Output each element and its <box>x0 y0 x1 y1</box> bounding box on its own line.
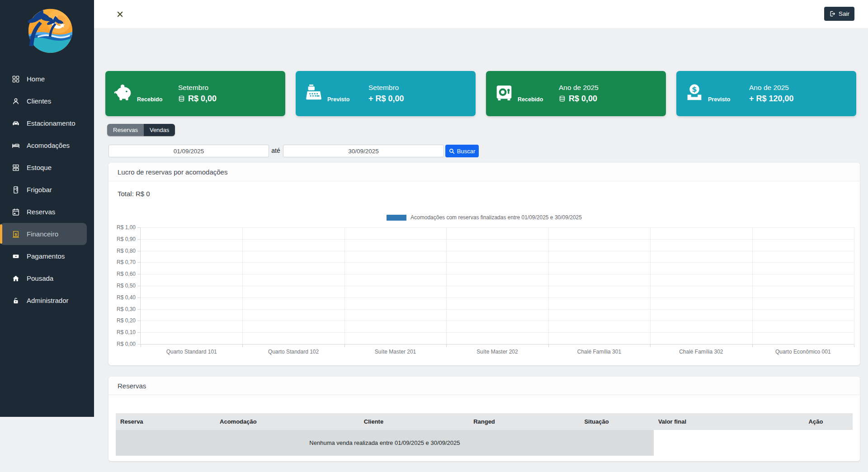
y-axis-tick <box>137 262 140 263</box>
sidebar-item-acomodacoes[interactable]: Acomodações <box>0 134 94 156</box>
bed-icon <box>12 142 20 150</box>
stat-card-kind-label: Previsto <box>708 96 730 103</box>
date-to-input[interactable] <box>283 145 444 157</box>
chart-card-header: Lucro de reservas por acomodações <box>108 163 860 181</box>
y-axis-label: R$ 0,00 <box>117 341 136 347</box>
sidebar-item-label: Home <box>27 75 45 83</box>
sidebar: HomeClientesEstacionamentoAcomodaçõesEst… <box>0 0 94 417</box>
credit-card-icon <box>12 252 20 260</box>
svg-text:$: $ <box>692 85 697 94</box>
chart-hgridline <box>141 274 854 274</box>
y-axis-tick <box>137 321 140 321</box>
stat-card-title: Setembro <box>178 84 217 92</box>
stat-card-previsto-ano-de-2025: $PrevistoAno de 2025+ R$ 120,00 <box>676 71 856 116</box>
svg-text:$: $ <box>14 232 17 236</box>
chart-legend: Acomodações com reservas finalizadas ent… <box>108 214 860 221</box>
stat-card-kind-label: Recebido <box>518 96 543 103</box>
y-axis-label: R$ 0,20 <box>117 317 136 324</box>
stat-card-value: R$ 0,00 <box>178 94 217 104</box>
sidebar-item-frigobar[interactable]: Frigobar <box>0 179 94 201</box>
stat-card-previsto-setembro: PrevistoSetembro+ R$ 0,00 <box>296 71 476 116</box>
chart-hgridline <box>141 239 854 240</box>
logout-label: Sair <box>839 10 849 17</box>
coins-icon <box>559 95 566 102</box>
legend-label: Acomodações com reservas finalizadas ent… <box>410 214 582 221</box>
sidebar-item-home[interactable]: Home <box>0 68 94 90</box>
x-axis-tick <box>650 345 651 347</box>
search-button[interactable]: Buscar <box>445 145 479 157</box>
column-header-acao: Ação <box>779 413 853 430</box>
sidebar-item-estoque[interactable]: Estoque <box>0 156 94 179</box>
chart-hgridline <box>141 227 854 228</box>
sidebar-item-financeiro[interactable]: $Financeiro <box>0 223 87 245</box>
sidebar-item-label: Estacionamento <box>27 119 75 127</box>
stat-card-text: Setembro+ R$ 0,00 <box>368 84 404 104</box>
stat-card-title: Setembro <box>368 84 404 92</box>
sidebar-item-administrador[interactable]: Administrador <box>0 289 94 312</box>
sidebar-item-pousada[interactable]: Pousada <box>0 267 94 289</box>
safe-icon <box>494 82 514 105</box>
x-axis-label: Quarto Standard 102 <box>268 349 319 355</box>
sidebar-item-estacionamento[interactable]: Estacionamento <box>0 112 94 134</box>
reservations-card: Reservas ReservaAcomodaçãoClienteRangedS… <box>108 377 860 461</box>
chart-plot: R$ 1,00R$ 0,90R$ 0,80R$ 0,70R$ 0,60R$ 0,… <box>140 227 854 345</box>
y-axis-tick <box>137 332 140 333</box>
chart-hgridline <box>141 297 854 298</box>
x-axis-tick <box>752 345 753 347</box>
y-axis-label: R$ 1,00 <box>117 224 136 231</box>
close-icon <box>117 11 123 18</box>
sidebar-item-label: Pousada <box>27 274 53 282</box>
y-axis-label: R$ 0,30 <box>117 306 136 312</box>
chart-vgridline <box>854 227 854 344</box>
calendar-icon <box>12 208 20 216</box>
sidebar-item-label: Pagamentos <box>27 252 65 260</box>
stat-card-recebido-ano-de-2025: RecebidoAno de 2025R$ 0,00 <box>486 71 666 116</box>
sidebar-item-reservas[interactable]: Reservas <box>0 201 94 223</box>
empty-table-cell <box>779 430 853 456</box>
sidebar-item-label: Estoque <box>27 164 52 171</box>
stat-card-text: Ano de 2025R$ 0,00 <box>559 84 599 104</box>
y-axis-tick <box>137 309 140 310</box>
sidebar-item-label: Reservas <box>27 208 55 216</box>
date-from-input[interactable] <box>108 145 269 157</box>
home-grid-icon <box>12 75 20 83</box>
sidebar-item-label: Acomodações <box>27 142 70 149</box>
column-header-valor-final: Valor final <box>654 413 779 430</box>
chart-vgridline <box>650 227 651 344</box>
view-tabs: ReservasVendas <box>107 124 175 136</box>
stat-card-icon-group: Recebido <box>113 82 171 105</box>
close-sidebar-button[interactable] <box>113 8 126 20</box>
empty-table-cell <box>654 430 779 456</box>
stat-card-kind-label: Recebido <box>137 96 162 103</box>
y-axis-label: R$ 0,60 <box>117 271 136 277</box>
x-axis-tick <box>548 345 549 347</box>
y-axis-tick <box>137 251 140 251</box>
tab-vendas[interactable]: Vendas <box>144 124 175 136</box>
column-header-situacao: Situação <box>539 413 654 430</box>
x-axis-label: Chalé Família 302 <box>679 349 723 355</box>
stat-card-icon-group: Recebido <box>494 82 552 105</box>
search-icon <box>449 148 455 154</box>
sidebar-item-pagamentos[interactable]: Pagamentos <box>0 245 94 267</box>
logout-button[interactable]: Sair <box>824 7 854 21</box>
x-axis-label: Quarto Standard 101 <box>166 349 217 355</box>
lock-icon <box>12 297 20 305</box>
piggy-bank-icon <box>113 82 134 105</box>
stat-card-kind-label: Previsto <box>327 96 349 103</box>
y-axis-tick <box>137 344 140 345</box>
y-axis-label: R$ 0,80 <box>117 248 136 254</box>
stat-card-recebido-setembro: RecebidoSetembroR$ 0,00 <box>105 71 285 116</box>
money-icon: $ <box>12 230 20 238</box>
sidebar-item-label: Financeiro <box>27 230 58 238</box>
y-axis-tick <box>137 274 140 274</box>
x-axis-tick <box>242 345 243 347</box>
reservations-table-header-row: ReservaAcomodaçãoClienteRangedSituaçãoVa… <box>116 413 853 430</box>
chart-vgridline <box>344 227 345 344</box>
tab-reservas[interactable]: Reservas <box>107 124 144 136</box>
y-axis-label: R$ 0,50 <box>117 283 136 289</box>
car-icon <box>12 119 20 127</box>
sidebar-item-clientes[interactable]: Clientes <box>0 90 94 112</box>
logout-icon <box>829 10 836 17</box>
app-root: HomeClientesEstacionamentoAcomodaçõesEst… <box>0 0 868 472</box>
y-axis-tick <box>137 297 140 298</box>
